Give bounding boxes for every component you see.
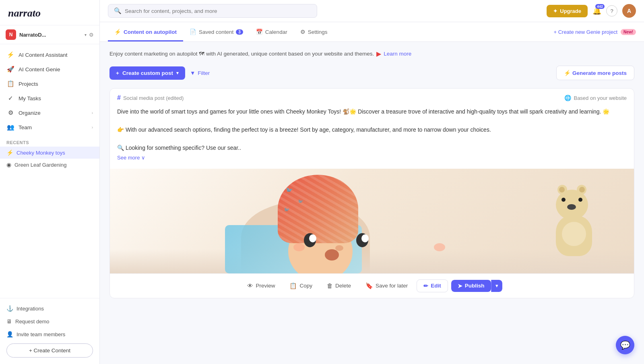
create-genie-link[interactable]: + Create new Genie project: [553, 29, 617, 35]
create-content-button[interactable]: + Create Content: [6, 343, 93, 358]
tabs-row: ⚡ Content on autopilot 📄 Saved content 3…: [100, 22, 644, 42]
sidebar-item-team[interactable]: 👥 Team ›: [0, 120, 99, 134]
create-custom-post-button[interactable]: + Create custom post ▾: [109, 66, 185, 80]
pencil-icon: ✏: [423, 283, 428, 289]
logo-area: narrato: [0, 0, 99, 25]
lightning-icon: ⚡: [6, 51, 14, 58]
upgrade-label: Upgrade: [560, 8, 581, 14]
see-more-toggle[interactable]: See more ∨: [117, 155, 627, 161]
globe-icon: 🌐: [564, 95, 571, 101]
publish-button[interactable]: ➤ Publish: [451, 280, 491, 292]
search-input[interactable]: [125, 8, 311, 14]
preview-button[interactable]: 👁 Preview: [242, 279, 281, 292]
tab-label: Settings: [308, 29, 328, 35]
chevron-down-icon: ∨: [141, 155, 145, 161]
help-button[interactable]: ?: [606, 5, 617, 17]
sidebar-item-ai-content-assistant[interactable]: ⚡ AI Content Assistant: [0, 48, 99, 62]
tab-label: Saved content: [199, 29, 233, 35]
nav-label: Projects: [19, 81, 93, 87]
calendar-icon: 📅: [256, 29, 263, 35]
invite-team-link[interactable]: 👤 Invite team members: [6, 329, 93, 339]
gear-icon[interactable]: ⚙: [89, 32, 94, 38]
trash-icon: 🗑: [327, 282, 333, 289]
recent-item-green-leaf[interactable]: ◉ Green Leaf Gardening: [0, 159, 99, 171]
save-for-later-button[interactable]: 🔖 Save for later: [360, 279, 413, 292]
user-menu[interactable]: N NarratoD... ▾ ⚙: [0, 25, 99, 44]
tab-content-autopilot[interactable]: ⚡ Content on autopilot: [108, 22, 183, 41]
chat-icon: 💬: [620, 340, 630, 350]
youtube-icon: ▶: [376, 50, 381, 58]
topbar-right: ✦ Upgrade 🔔 442 ? A: [547, 4, 636, 18]
person-add-icon: 👤: [6, 331, 13, 337]
publish-dropdown-button[interactable]: ▾: [491, 280, 502, 292]
post-card-header: # Social media post (edited) 🌐 Based on …: [110, 89, 634, 105]
nav-label: Organize: [19, 110, 88, 116]
eye-icon: 👁: [247, 282, 253, 289]
copy-button[interactable]: 📋 Copy: [284, 279, 318, 292]
tab-calendar[interactable]: 📅 Calendar: [250, 22, 294, 41]
copy-icon: 📋: [289, 282, 297, 290]
sidebar-item-projects[interactable]: 📋 Projects: [0, 77, 99, 91]
main-area: 🔍 ✦ Upgrade 🔔 442 ? A ⚡ Conte: [100, 0, 644, 364]
tabs-right: + Create new Genie project New!: [553, 29, 636, 35]
edit-label: Edit: [431, 283, 441, 289]
nav-label: My Tasks: [19, 95, 93, 101]
create-content-label: + Create Content: [29, 347, 70, 354]
nav-label: AI Content Assistant: [19, 52, 93, 58]
publish-group: ➤ Publish ▾: [451, 280, 502, 292]
chevron-right-icon: ›: [92, 111, 93, 115]
post-source: 🌐 Based on your website: [564, 95, 627, 101]
recent-item-cheeky-monkey[interactable]: ⚡ Cheeky Monkey toys: [0, 147, 99, 159]
recent-label: Cheeky Monkey toys: [17, 150, 65, 156]
integrations-link[interactable]: ⚓ Integrations: [6, 303, 93, 314]
send-icon: ➤: [458, 283, 462, 289]
learn-more-link[interactable]: Learn more: [384, 51, 411, 57]
chevron-down-icon[interactable]: ▾: [85, 33, 87, 37]
plus-icon: +: [116, 70, 119, 76]
notification-count: 442: [595, 4, 605, 9]
sidebar-item-ai-content-genie[interactable]: 🚀 AI Content Genie: [0, 62, 99, 77]
recents-label: Recents: [0, 134, 99, 147]
sidebar-bottom: ⚓ Integrations 🖥 Request demo 👤 Invite t…: [0, 298, 99, 364]
search-box[interactable]: 🔍: [108, 4, 317, 18]
tab-label: Content on autopilot: [124, 29, 177, 35]
post-type-label: Social media post (edited): [123, 95, 184, 101]
document-icon: 📄: [190, 29, 196, 35]
topbar: 🔍 ✦ Upgrade 🔔 442 ? A: [100, 0, 644, 22]
user-avatar-small: N: [6, 29, 16, 40]
organize-icon: ⚙: [6, 109, 14, 116]
post-body: Dive into the world of smart toys and ga…: [110, 105, 634, 165]
nav-label: AI Content Genie: [19, 66, 93, 72]
upgrade-button[interactable]: ✦ Upgrade: [547, 5, 588, 17]
edit-button[interactable]: ✏ Edit: [417, 279, 448, 292]
request-demo-link[interactable]: 🖥 Request demo: [6, 316, 93, 327]
delete-button[interactable]: 🗑 Delete: [321, 279, 357, 292]
save-later-label: Save for later: [376, 283, 408, 289]
user-avatar[interactable]: A: [622, 4, 636, 18]
tab-settings[interactable]: ⚙ Settings: [294, 22, 334, 41]
leaf-icon: ◉: [6, 161, 11, 168]
projects-icon: 📋: [6, 80, 14, 87]
sidebar-item-my-tasks[interactable]: ✓ My Tasks: [0, 91, 99, 105]
upgrade-icon: ✦: [553, 8, 557, 14]
filter-button[interactable]: ▼ Filter: [190, 70, 210, 76]
bookmark-icon: 🔖: [365, 282, 373, 290]
create-post-label: Create custom post: [122, 70, 173, 76]
user-name: NarratoD...: [19, 32, 81, 38]
filter-label: Filter: [198, 70, 210, 76]
anchor-icon: ⚓: [6, 305, 13, 312]
notifications-button[interactable]: 🔔 442: [592, 6, 601, 15]
new-badge: New!: [621, 29, 636, 35]
tab-saved-content[interactable]: 📄 Saved content 3: [183, 22, 250, 41]
post-image: 🐦 🐦 🐦: [110, 169, 634, 273]
chat-support-button[interactable]: 💬: [616, 336, 634, 354]
lightning-icon: ⚡: [6, 149, 13, 156]
generate-more-posts-button[interactable]: ⚡ Generate more posts: [556, 66, 634, 80]
chevron-down-icon: ▾: [176, 70, 179, 76]
integrations-label: Integrations: [17, 306, 44, 312]
post-type: # Social media post (edited): [117, 94, 184, 101]
nav-label: Team: [19, 124, 88, 130]
sidebar-item-organize[interactable]: ⚙ Organize ›: [0, 105, 99, 120]
sidebar: narrato N NarratoD... ▾ ⚙ ⚡ AI Content A…: [0, 0, 100, 364]
content-area: ⚡ Content on autopilot 📄 Saved content 3…: [100, 22, 644, 364]
